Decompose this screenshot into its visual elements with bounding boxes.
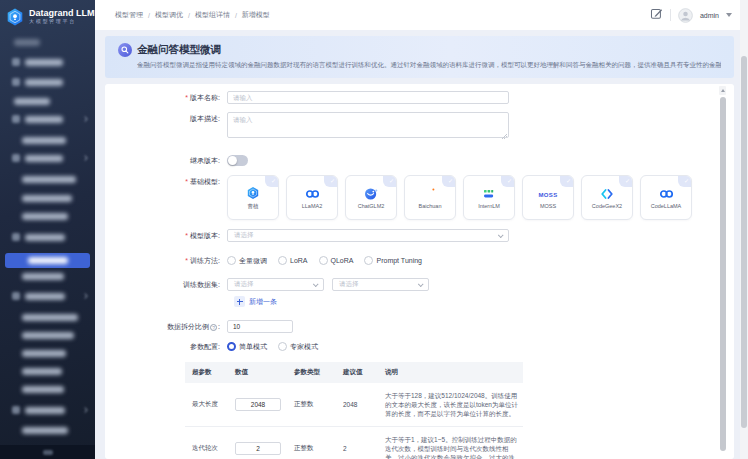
train-method-label: 训练方法: <box>105 254 227 267</box>
radio-unselected-icon[interactable] <box>319 256 328 265</box>
dataset-select-2-placeholder: 请选择 <box>339 280 359 289</box>
card-scrollbar[interactable] <box>719 86 726 457</box>
sidebar-item[interactable] <box>12 77 91 87</box>
model-card-label: CodeGeeX2 <box>592 203 622 209</box>
param-suggest-cell: 2048 <box>343 393 385 416</box>
checkbox-corner-icon[interactable] <box>383 176 396 187</box>
avatar[interactable] <box>678 8 693 23</box>
checkbox-corner-icon[interactable] <box>619 176 632 187</box>
radio-option[interactable]: 专家模式 <box>278 342 318 352</box>
param-value-input[interactable] <box>235 442 281 455</box>
chevron-right-icon <box>82 155 88 161</box>
sidebar-item[interactable] <box>12 232 91 242</box>
page-scrollbar[interactable] <box>740 0 748 459</box>
help-question-icon[interactable]: ? <box>210 324 217 331</box>
model-card-codellama[interactable]: CodeLLaMA <box>640 175 692 220</box>
radio-unselected-icon[interactable] <box>364 256 373 265</box>
inherit-version-toggle[interactable] <box>227 155 248 166</box>
model-card-caozhi[interactable]: 曹植 <box>227 175 279 220</box>
user-name[interactable]: admin <box>700 12 719 19</box>
radio-option[interactable]: LoRA <box>278 256 308 265</box>
chevron-right-icon <box>82 407 88 413</box>
sidebar-item[interactable] <box>12 57 91 67</box>
version-name-input[interactable] <box>227 91 509 104</box>
sidebar-item[interactable] <box>12 425 91 435</box>
radio-option[interactable]: QLoRA <box>319 256 354 265</box>
sidebar-item-icon <box>12 406 20 414</box>
radio-unselected-icon[interactable] <box>278 342 287 351</box>
radio-unselected-icon[interactable] <box>278 256 287 265</box>
resize-grip-icon[interactable] <box>501 133 507 139</box>
breadcrumb-item[interactable]: 模型管理 <box>115 10 143 20</box>
model-card-moss[interactable]: MOSSMOSS <box>522 175 574 220</box>
dataset-select-1[interactable]: 请选择 <box>227 278 324 291</box>
model-card-label: 曹植 <box>248 203 259 210</box>
breadcrumb-item[interactable]: 模型组详情 <box>195 10 230 20</box>
sidebar-item-label-blurred <box>25 234 65 241</box>
chevron-down-icon <box>313 281 319 287</box>
radio-option[interactable]: 全量微调 <box>227 256 267 266</box>
checkbox-corner-icon[interactable] <box>678 176 691 187</box>
dataset-select-2[interactable]: 请选择 <box>332 278 429 291</box>
model-card-internlm[interactable]: InternLM <box>463 175 515 220</box>
sidebar-item[interactable] <box>12 114 91 124</box>
radio-selected-icon[interactable] <box>227 342 236 351</box>
sidebar-item-label-blurred <box>22 427 68 434</box>
sidebar-item-label-blurred <box>25 79 63 86</box>
split-ratio-label: 数据拆分比例?: <box>105 320 227 333</box>
table-header-cell: 建议值 <box>343 362 385 383</box>
sidebar-item[interactable] <box>12 37 91 47</box>
sidebar-collapse-bar[interactable] <box>0 445 95 459</box>
sidebar-item[interactable] <box>12 153 91 163</box>
edit-icon[interactable] <box>650 6 663 24</box>
breadcrumb-item[interactable]: 新增模型 <box>242 10 270 20</box>
model-card-label: Baichuan <box>419 203 442 209</box>
sidebar-item[interactable] <box>12 312 91 322</box>
page-header-banner: 金融问答模型微调 金融问答模型微调是指使用特定领域的金融问题数据对现有的语言模型… <box>105 36 734 78</box>
sidebar-item[interactable] <box>12 193 91 203</box>
sidebar-item[interactable] <box>12 330 91 340</box>
radio-unselected-icon[interactable] <box>227 256 236 265</box>
sidebar-item[interactable] <box>12 96 91 106</box>
card-scrollbar-thumb[interactable] <box>720 97 726 451</box>
sidebar-item[interactable] <box>12 174 91 184</box>
model-card-baichuan[interactable]: Baichuan <box>404 175 456 220</box>
checkbox-corner-icon[interactable] <box>324 176 337 187</box>
param-config-label: 参数配置: <box>105 340 227 353</box>
add-dataset-button[interactable]: 新增一条 <box>249 297 277 307</box>
model-card-llama2[interactable]: LLaMA2 <box>286 175 338 220</box>
chevron-down-icon[interactable] <box>726 13 732 17</box>
sidebar-item[interactable] <box>12 271 91 281</box>
sidebar-item-label-blurred <box>22 273 64 280</box>
checkbox-corner-icon[interactable] <box>442 176 455 187</box>
sidebar-item[interactable] <box>12 405 91 415</box>
model-version-select[interactable]: 请选择 <box>227 229 509 242</box>
sidebar-item[interactable] <box>12 366 91 376</box>
breadcrumb-item[interactable]: 模型调优 <box>155 10 183 20</box>
sidebar-item[interactable] <box>12 384 91 394</box>
checkbox-corner-icon[interactable] <box>265 176 278 187</box>
logo[interactable]: Datagrand LLMP 大模型管理平台 <box>0 0 95 32</box>
model-card-codegeex2[interactable]: CodeGeeX2 <box>581 175 633 220</box>
model-card-chatglm2[interactable]: ChatGLM2 <box>345 175 397 220</box>
scroll-up-arrow-icon[interactable] <box>719 86 726 95</box>
page-scrollbar-thumb[interactable] <box>741 56 747 428</box>
split-ratio-input[interactable] <box>227 320 293 333</box>
sidebar-item-active[interactable] <box>5 253 90 268</box>
checkbox-corner-icon[interactable] <box>501 176 514 187</box>
sidebar-item[interactable] <box>12 291 91 301</box>
sidebar-item[interactable] <box>12 135 91 145</box>
sidebar-item-label-blurred <box>28 257 68 264</box>
sidebar-item[interactable] <box>12 348 91 358</box>
param-suggest-cell: 2 <box>343 437 385 459</box>
param-value-input[interactable] <box>235 398 281 411</box>
table-row: 最大长度正整数2048大于等于128，建议512/1024/2048。训练使用的… <box>185 383 523 427</box>
sidebar-item[interactable] <box>12 211 91 221</box>
checkbox-corner-icon[interactable] <box>560 176 573 187</box>
sidebar-item-label-blurred <box>22 332 74 339</box>
radio-option[interactable]: 简单模式 <box>227 342 267 352</box>
radio-option[interactable]: Prompt Tuning <box>364 256 422 265</box>
version-desc-textarea[interactable] <box>227 112 509 138</box>
plus-icon[interactable] <box>234 296 245 307</box>
model-version-label: 模型版本: <box>105 229 227 242</box>
